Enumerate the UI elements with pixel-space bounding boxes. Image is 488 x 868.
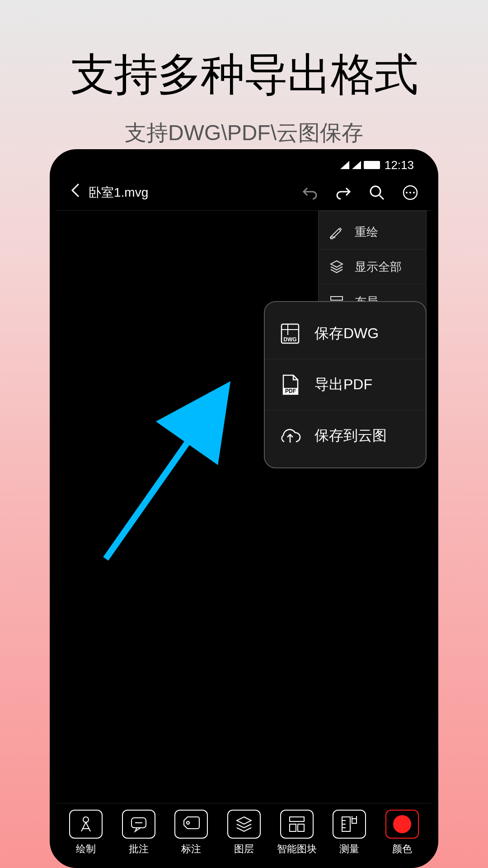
- tool-label: 批注: [129, 842, 149, 856]
- tool-label: 颜色: [392, 842, 412, 856]
- status-time: 12:13: [385, 158, 414, 172]
- more-button[interactable]: [402, 184, 418, 201]
- signal-icon: [352, 161, 361, 169]
- comment-icon: [122, 810, 155, 839]
- bottom-toolbar: 绘制 批注 标注 图层: [56, 803, 432, 862]
- promo-subtitle: 支持DWG\PDF\云图保存: [0, 118, 488, 147]
- export-popover: DWG 保存DWG PDF 导出PDF 保存到云图: [264, 301, 427, 468]
- phone-frame: 12:13 卧室1.mvg: [50, 149, 438, 868]
- battery-icon: [364, 161, 380, 169]
- measure-icon: [333, 810, 366, 839]
- export-label: 导出PDF: [314, 375, 372, 395]
- tool-measure[interactable]: 测量: [327, 810, 372, 856]
- more-icon: [402, 184, 418, 201]
- pdf-file-icon: PDF: [278, 373, 302, 396]
- svg-rect-22: [298, 824, 304, 831]
- tool-blocks[interactable]: 智能图块: [274, 810, 319, 856]
- svg-point-19: [187, 821, 189, 824]
- dwg-file-icon: DWG: [278, 322, 302, 345]
- svg-rect-6: [331, 297, 343, 300]
- layers-stack-icon: [328, 259, 345, 275]
- cloud-upload-icon: [278, 424, 302, 448]
- svg-text:DWG: DWG: [283, 336, 296, 343]
- undo-button[interactable]: [302, 184, 318, 201]
- tool-draw[interactable]: 绘制: [63, 810, 108, 856]
- draw-icon: [69, 810, 103, 839]
- chevron-left-icon: [70, 182, 80, 198]
- undo-icon: [302, 184, 318, 201]
- tool-label: 测量: [339, 842, 359, 856]
- svg-text:PDF: PDF: [285, 388, 296, 394]
- svg-point-4: [409, 192, 411, 193]
- export-item-pdf[interactable]: PDF 导出PDF: [265, 359, 426, 410]
- svg-line-1: [380, 195, 384, 199]
- svg-point-3: [406, 192, 408, 193]
- tool-color[interactable]: 颜色: [380, 810, 425, 856]
- export-label: 保存到云图: [314, 426, 387, 446]
- layers-icon: [227, 810, 261, 839]
- tag-icon: [174, 810, 208, 839]
- tool-label: 图层: [234, 842, 254, 856]
- tool-label: 智能图块: [277, 842, 317, 856]
- search-icon: [369, 184, 385, 201]
- promo-title: 支持多种导出格式: [0, 45, 488, 105]
- phone-screen: 12:13 卧室1.mvg: [56, 156, 432, 862]
- highlight-arrow-icon: [101, 378, 232, 563]
- svg-rect-20: [290, 817, 304, 821]
- tool-comment[interactable]: 批注: [116, 810, 161, 856]
- export-item-dwg[interactable]: DWG 保存DWG: [265, 308, 426, 359]
- tool-label: 标注: [181, 842, 201, 856]
- redo-icon: [335, 184, 352, 201]
- dropdown-label: 显示全部: [355, 259, 402, 275]
- search-button[interactable]: [369, 184, 385, 201]
- export-label: 保存DWG: [314, 324, 379, 344]
- app-header: 卧室1.mvg: [56, 175, 432, 211]
- file-title: 卧室1.mvg: [89, 184, 294, 201]
- svg-rect-21: [290, 824, 296, 831]
- signal-icon: [340, 161, 349, 169]
- status-signal-icons: [340, 161, 380, 169]
- tool-layers[interactable]: 图层: [221, 810, 267, 856]
- tool-tag[interactable]: 标注: [169, 810, 214, 856]
- svg-point-5: [413, 192, 415, 193]
- status-bar: 12:13: [56, 156, 432, 175]
- redraw-icon: [328, 224, 345, 240]
- export-item-cloud[interactable]: 保存到云图: [265, 410, 426, 461]
- color-icon: [385, 810, 419, 839]
- tool-label: 绘制: [76, 842, 96, 856]
- dropdown-item-showall[interactable]: 显示全部: [319, 250, 426, 284]
- blocks-icon: [280, 810, 314, 839]
- dropdown-label: 重绘: [355, 224, 378, 240]
- redo-button[interactable]: [335, 184, 352, 201]
- svg-point-16: [83, 817, 89, 822]
- canvas-area[interactable]: 重绘 显示全部 布局 DWG: [56, 211, 432, 803]
- dropdown-item-redraw[interactable]: 重绘: [319, 215, 426, 250]
- back-button[interactable]: [70, 182, 80, 203]
- svg-line-15: [106, 392, 223, 559]
- svg-point-0: [371, 186, 380, 196]
- header-actions: [302, 184, 418, 201]
